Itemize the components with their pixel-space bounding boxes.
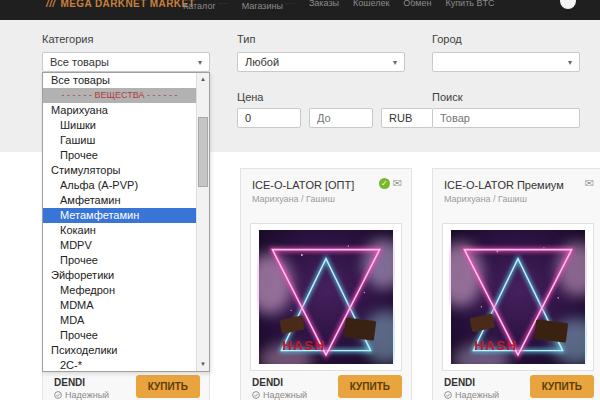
card-icons: ✓ ✉ [379,178,402,189]
type-select-value: Любой [245,56,279,68]
site-logo[interactable]: ///MEGA DARKNET MARKET [46,0,195,9]
category-option[interactable]: 2C-* [43,358,196,371]
category-dropdown-list: Все товары - - - - - - ВЕЩЕСТВА - - - - … [42,72,210,372]
nav-item-catalog-count: ····· [218,0,228,6]
price-to-input[interactable] [309,108,373,128]
product-card[interactable]: ICE-O-LATOR Премиум Марихуана / Гашиш ✉ … [432,168,600,400]
seller-name[interactable]: DENDI [252,377,283,388]
nav-item-catalog[interactable]: Каталог····· [183,0,228,12]
scrollbar[interactable]: ▲ ▼ [196,73,209,371]
category-options: Все товары - - - - - - ВЕЩЕСТВА - - - - … [43,73,196,371]
seller-status: Надежный [54,390,109,400]
category-option[interactable]: Альфа (A-PVP) [43,178,196,193]
logo-slashes-icon: /// [46,0,56,9]
chevron-down-icon: ▾ [568,58,572,67]
product-image[interactable]: HASH [442,223,594,371]
category-option[interactable]: Прочее [43,253,196,268]
seller-status-label: Надежный [455,390,499,400]
search-filter-label: Поиск [432,91,462,103]
buy-button[interactable]: КУПИТЬ [136,375,200,398]
category-option[interactable]: Эйфоретики [43,268,196,283]
buy-button[interactable]: КУПИТЬ [338,375,402,398]
product-image-placeholder: HASH [449,230,587,364]
product-card[interactable]: ICE-O-LATOR [ОПТ] Марихуана / Гашиш ✓ ✉ [240,168,412,400]
currency-select[interactable]: RUB [381,108,433,128]
nav-item-exchange[interactable]: Обмен [403,0,431,12]
scrollbar-thumb[interactable] [198,117,208,187]
category-filter-label: Категория [42,33,93,45]
currency-value: RUB [389,112,412,124]
category-section-header: - - - - - - ВЕЩЕСТВА - - - - - - [43,88,196,103]
profile-icon[interactable] [560,0,576,9]
nav-item-shops-count: ····· [285,0,295,6]
image-caption: HASH [474,338,517,353]
category-option[interactable]: Мефедрон [43,283,196,298]
product-image-placeholder: HASH [257,230,395,364]
price-from-input[interactable] [237,108,301,128]
nav-item-wallet[interactable]: Кошелек [353,0,389,12]
nav-item-orders[interactable]: Заказы [309,0,339,12]
category-select[interactable]: Все товары ▾ [42,52,210,72]
seller-status-label: Надежный [65,390,109,400]
seller-name[interactable]: DENDI [54,377,85,388]
type-select[interactable]: Любой ▾ [237,52,405,72]
reliability-icon [444,391,452,399]
seller-status-label: Надежный [263,390,307,400]
chevron-down-icon: ▾ [198,58,202,67]
scroll-down-icon[interactable]: ▼ [197,358,209,371]
category-option[interactable]: Кокаин [43,223,196,238]
category-select-value: Все товары [50,56,109,68]
category-option[interactable]: MDPV [43,238,196,253]
page: ///MEGA DARKNET MARKET Каталог····· Мага… [0,0,600,400]
city-select[interactable]: ▾ [432,52,580,72]
nav-item-shops[interactable]: Магазины····· [242,0,295,12]
product-category-path: Марихуана / Гашиш [252,194,335,204]
category-option[interactable]: Стимуляторы [43,163,196,178]
search-input[interactable] [432,108,580,128]
category-option[interactable]: Марихуана [43,103,196,118]
message-icon[interactable]: ✉ [585,178,594,189]
category-option[interactable]: Психоделики [43,343,196,358]
message-icon[interactable]: ✉ [393,178,402,189]
category-option[interactable]: MDMA [43,298,196,313]
seller-status: Надежный [252,390,307,400]
product-category-path: Марихуана / Гашиш [444,194,527,204]
image-caption: HASH [282,338,325,353]
scroll-up-icon[interactable]: ▲ [197,73,209,86]
product-title[interactable]: ICE-O-LATOR Премиум [444,179,564,191]
category-option[interactable]: Все товары [43,73,196,88]
category-option[interactable]: Прочее [43,328,196,343]
reliability-icon [54,391,62,399]
price-filter-label: Цена [237,91,263,103]
logo-text: MEGA DARKNET MARKET [61,0,195,9]
category-option[interactable]: Прочее [43,148,196,163]
navbar-menu: Каталог····· Магазины····· Заказы Кошеле… [183,0,494,12]
card-icons: ✉ [585,178,594,189]
nav-item-buy-btc[interactable]: Купить BTC [445,0,494,12]
category-option[interactable]: Шишки [43,118,196,133]
product-image[interactable]: HASH [250,223,402,371]
category-option-selected[interactable]: Метамфетамин [43,208,196,223]
category-option[interactable]: Амфетамин [43,193,196,208]
chevron-down-icon: ▾ [393,58,397,67]
reliability-icon [252,391,260,399]
category-option[interactable]: MDA [43,313,196,328]
product-title[interactable]: ICE-O-LATOR [ОПТ] [252,179,354,191]
verified-icon: ✓ [379,178,390,189]
type-filter-label: Тип [237,33,255,45]
seller-status: Надежный [444,390,499,400]
buy-button[interactable]: КУПИТЬ [530,375,594,398]
seller-name[interactable]: DENDI [444,377,475,388]
top-navbar: ///MEGA DARKNET MARKET Каталог····· Мага… [0,0,600,20]
category-option[interactable]: Гашиш [43,133,196,148]
city-filter-label: Город [432,33,462,45]
